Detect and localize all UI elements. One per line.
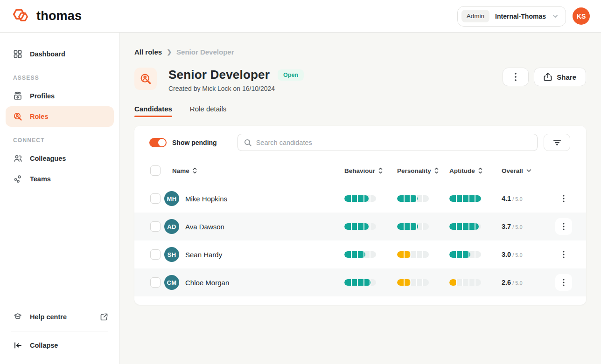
- collapse-label: Collapse: [30, 342, 58, 349]
- thomas-logo[interactable]: thomas: [11, 7, 82, 25]
- column-header-overall[interactable]: Overall: [502, 167, 555, 174]
- sidebar-item-label: Teams: [30, 175, 51, 183]
- aptitude-score-bar: [449, 279, 481, 286]
- role-kebab-menu-button[interactable]: [503, 68, 529, 86]
- row-kebab-menu-button[interactable]: [555, 190, 572, 207]
- sidebar-item-colleagues[interactable]: Colleagues: [6, 148, 114, 169]
- show-pending-label: Show pending: [172, 139, 217, 146]
- sidebar-collapse-button[interactable]: Collapse: [6, 336, 114, 355]
- kebab-icon: [563, 251, 565, 258]
- tab-role-details[interactable]: Role details: [190, 105, 226, 117]
- sidebar-item-dashboard[interactable]: Dashboard: [6, 44, 114, 64]
- sidebar-item-label: Colleagues: [30, 155, 66, 162]
- row-checkbox[interactable]: [150, 277, 161, 288]
- candidate-name-cell[interactable]: MH Mike Hopkins: [164, 191, 344, 206]
- overall-score: 4.1/ 5.0: [502, 195, 555, 202]
- sidebar-divider: [11, 331, 108, 331]
- candidate-name: Chloe Morgan: [185, 279, 229, 287]
- search-box: [238, 134, 538, 151]
- candidate-name-cell[interactable]: CM Chloe Morgan: [164, 275, 344, 290]
- aptitude-score-bar: [449, 195, 481, 202]
- candidate-name: Mike Hopkins: [185, 195, 227, 203]
- behaviour-score-bar: [344, 251, 376, 258]
- sidebar-item-label: Dashboard: [30, 50, 65, 58]
- candidates-toolbar: Show pending: [134, 134, 586, 151]
- avatar: AD: [164, 219, 179, 234]
- breadcrumb-all-roles[interactable]: All roles: [134, 48, 162, 56]
- column-header-personality[interactable]: Personality: [397, 167, 449, 174]
- sidebar: Dashboard ASSESS Profiles Roles CONNECT: [0, 33, 120, 364]
- org-switcher[interactable]: Admin Internal-Thomas: [457, 6, 566, 27]
- kebab-icon: [563, 279, 565, 286]
- avatar: MH: [164, 191, 179, 206]
- show-pending-toggle[interactable]: [149, 138, 167, 147]
- main-content: All roles ❯ Senior Developer Senior Deve…: [120, 33, 601, 364]
- sidebar-item-roles[interactable]: Roles: [6, 106, 114, 127]
- sidebar-item-profiles[interactable]: Profiles: [6, 86, 114, 106]
- personality-score-bar: [397, 195, 429, 202]
- share-icon: [544, 72, 552, 82]
- role-header: Senior Developer Open Created by Mick Lo…: [134, 68, 586, 92]
- chevron-down-icon: [552, 13, 559, 20]
- table-row[interactable]: CM Chloe Morgan 2.6/ 5.0: [134, 268, 586, 296]
- column-header-behaviour[interactable]: Behaviour: [344, 167, 397, 174]
- filter-button[interactable]: [544, 134, 570, 151]
- external-link-icon: [100, 313, 108, 321]
- candidates-card: Show pending Name: [134, 126, 586, 305]
- sidebar-section-assess: ASSESS: [6, 64, 114, 86]
- avatar: CM: [164, 275, 179, 290]
- overall-score: 3.0/ 5.0: [502, 251, 555, 258]
- personality-score-bar: [397, 279, 429, 286]
- select-all-checkbox[interactable]: [150, 165, 161, 176]
- row-checkbox[interactable]: [150, 193, 161, 204]
- sort-icon: [378, 167, 383, 174]
- brand-name: thomas: [36, 9, 82, 23]
- sort-desc-icon: [526, 169, 531, 172]
- row-kebab-menu-button[interactable]: [555, 274, 572, 291]
- roles-icon: [13, 112, 22, 121]
- overall-score: 3.7/ 5.0: [502, 223, 555, 230]
- toggle-knob: [158, 139, 166, 146]
- role-icon-box: [134, 68, 157, 90]
- kebab-icon: [563, 195, 565, 202]
- colleagues-icon: [13, 154, 22, 163]
- user-avatar[interactable]: KS: [573, 7, 590, 25]
- aptitude-score-bar: [449, 223, 481, 230]
- column-header-name[interactable]: Name: [164, 167, 344, 174]
- column-header-aptitude[interactable]: Aptitude: [449, 167, 502, 174]
- breadcrumb: All roles ❯ Senior Developer: [134, 48, 586, 56]
- search-icon: [244, 138, 252, 147]
- table-row[interactable]: AD Ava Dawson 3.7/ 5.0: [134, 213, 586, 240]
- role-magnifier-person-icon: [140, 73, 152, 85]
- row-checkbox[interactable]: [150, 221, 161, 232]
- sidebar-item-help-centre[interactable]: Help centre: [6, 308, 114, 326]
- sort-icon: [434, 167, 439, 174]
- help-centre-label: Help centre: [30, 313, 67, 321]
- candidate-name-cell[interactable]: SH Sean Hardy: [164, 247, 344, 262]
- admin-badge: Admin: [461, 10, 489, 22]
- row-checkbox[interactable]: [150, 249, 161, 260]
- teams-icon: [13, 174, 22, 184]
- share-label: Share: [557, 73, 576, 81]
- sort-icon: [193, 167, 197, 174]
- org-name: Internal-Thomas: [495, 13, 546, 20]
- table-row[interactable]: MH Mike Hopkins 4.1/ 5.0: [134, 185, 586, 213]
- overall-score: 2.6/ 5.0: [502, 279, 555, 286]
- table-row[interactable]: SH Sean Hardy 3.0/ 5.0: [134, 240, 586, 268]
- behaviour-score-bar: [344, 223, 376, 230]
- tabs: Candidates Role details: [134, 105, 586, 117]
- row-kebab-menu-button[interactable]: [555, 246, 572, 263]
- personality-score-bar: [397, 223, 429, 230]
- candidate-name-cell[interactable]: AD Ava Dawson: [164, 219, 344, 234]
- share-button[interactable]: Share: [534, 68, 586, 86]
- behaviour-score-bar: [344, 195, 376, 202]
- sidebar-item-teams[interactable]: Teams: [6, 169, 114, 189]
- sidebar-section-connect: CONNECT: [6, 127, 114, 148]
- sort-icon: [478, 167, 482, 174]
- created-by-text: Created by Mick Lock on 16/10/2024: [168, 85, 304, 92]
- row-kebab-menu-button[interactable]: [555, 218, 572, 235]
- search-input[interactable]: [256, 139, 531, 146]
- profiles-icon: [13, 91, 22, 101]
- behaviour-score-bar: [344, 279, 376, 286]
- tab-candidates[interactable]: Candidates: [134, 105, 172, 117]
